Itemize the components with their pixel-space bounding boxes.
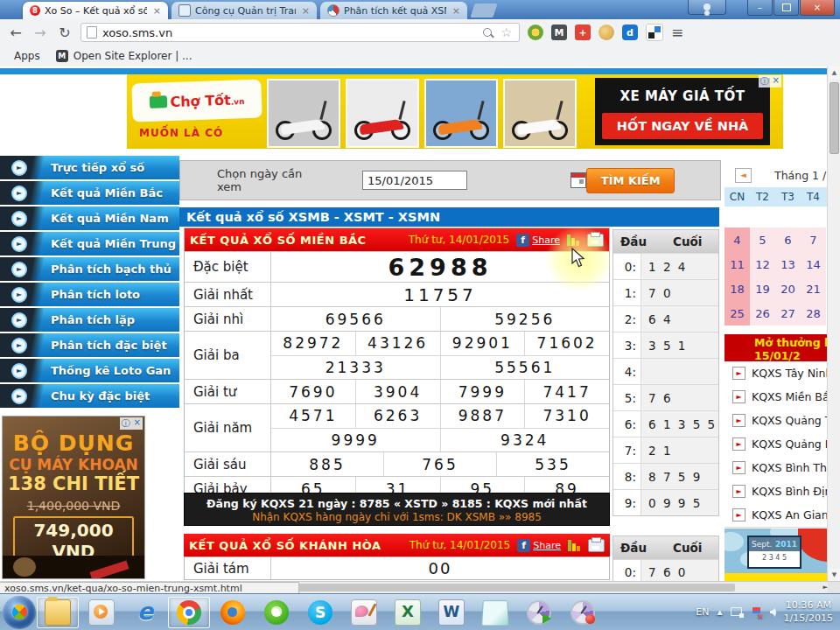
news-link-tay-ninh[interactable]: ► KQXS Tây Ninh: [724, 361, 827, 386]
taskbar-firefox[interactable]: [212, 597, 254, 628]
banner-ad[interactable]: Chợ Tốt.vn MUỐN LÀ CÓ XE MÁY GIÁ TỐT: [127, 74, 783, 149]
sidebar-item-dac-biet[interactable]: ► Phân tích đặc biệt: [0, 333, 179, 357]
play-icon: ►: [11, 388, 27, 404]
excel-icon: X: [395, 599, 421, 626]
tab-xsmt-analysis[interactable]: Phân tích kết quả XSMT h ×: [320, 2, 467, 19]
taskbar-notepad[interactable]: [474, 597, 516, 628]
bookmark-ose-icon: M: [56, 50, 68, 62]
news-link-an-giang[interactable]: ► KQXS An Giang: [724, 503, 827, 528]
sidebar-item-mien-nam[interactable]: ► Kết quả Miền Nam: [0, 206, 179, 230]
tray-expand-icon[interactable]: ▲: [717, 608, 722, 616]
minimize-button[interactable]: –: [747, 0, 773, 16]
ad-line2: CỤ MÁY KHOAN: [3, 456, 144, 473]
taskbar-camtasia-recorder[interactable]: [562, 597, 604, 628]
action-center-flag-icon[interactable]: [752, 607, 762, 618]
news-link-binh-dinh[interactable]: ► KQXS Bình Địn: [724, 480, 827, 504]
profile-button[interactable]: [688, 0, 726, 15]
calendar-prev-icon[interactable]: ◄: [735, 168, 752, 183]
tab-xoso[interactable]: 8 Xo So – Kết quả xổ số trực ×: [23, 2, 168, 19]
kh-row-value: 00: [271, 557, 609, 579]
extension-plus-icon[interactable]: +: [575, 24, 591, 40]
chart-icon[interactable]: [567, 234, 580, 246]
facebook-share-button[interactable]: f Share: [517, 539, 561, 552]
adchoices[interactable]: ⓘ ×: [120, 417, 143, 430]
extension-seo-icon[interactable]: [528, 24, 543, 40]
sidebar-item-lap[interactable]: ► Phân tích lặp: [0, 308, 179, 332]
scrollbar-thumb[interactable]: [830, 82, 839, 154]
taskbar-internet-explorer[interactable]: e: [124, 597, 166, 628]
news-link-mien-bac[interactable]: ► KQXS Miền Bắc: [724, 385, 827, 410]
play-icon: ►: [732, 461, 746, 474]
bookmark-open-site-explorer[interactable]: Open Site Explorer | ...: [74, 50, 192, 62]
calendar-title-row: ◄ Tháng 1 /2: [724, 164, 827, 186]
windows-taskbar: e S X W EN ▲ 10:36 AM 1/15/2015: [0, 593, 840, 630]
chart-icon[interactable]: [568, 539, 581, 551]
drill-kit-ad[interactable]: ⓘ × BỘ DỤNG CỤ MÁY KHOAN 138 CHI TIẾT 1,…: [2, 416, 145, 579]
page-top-strip: [0, 68, 840, 74]
play-icon: ►: [11, 211, 27, 227]
paint-icon: [351, 599, 377, 626]
bookmark-star-icon[interactable]: ☆: [500, 25, 512, 39]
news-link-binh-thuan[interactable]: ► KQXS Bình Thu: [724, 456, 827, 480]
language-indicator[interactable]: EN: [696, 606, 709, 618]
sidebar-item-truc-tiep[interactable]: ► Trực tiếp xổ số: [0, 156, 179, 179]
extension-hamster-icon[interactable]: [598, 24, 614, 40]
vertical-scrollbar[interactable]: ▲ ▼: [827, 66, 840, 581]
search-icon[interactable]: [483, 28, 492, 37]
status-row: ► xoso.sms.vn/ket-qua/xo-so-mien-trung-x…: [0, 581, 840, 593]
close-button[interactable]: ×: [800, 0, 835, 16]
search-button[interactable]: TÌM KIẾM: [586, 168, 675, 193]
bike-photo: [503, 79, 577, 148]
taskbar-media-player[interactable]: [80, 597, 122, 628]
extension-dailymotion-icon[interactable]: d: [622, 24, 638, 40]
tab-title: Công cụ Quản trị Trang W: [195, 5, 296, 17]
chrome-menu-icon[interactable]: ≡: [671, 24, 683, 41]
extension-moz-icon[interactable]: M: [551, 24, 567, 40]
horizontal-scrollbar-thumb[interactable]: [298, 584, 735, 592]
extension-squares-icon[interactable]: [646, 24, 663, 41]
bookmark-apps[interactable]: Apps: [14, 50, 40, 62]
tab-close-icon[interactable]: ×: [302, 5, 310, 17]
network-icon[interactable]: [731, 607, 744, 618]
news-link-quang-binh[interactable]: ► KQXS Quảng B: [724, 432, 827, 457]
taskbar-coccoc[interactable]: [256, 597, 298, 628]
tab-close-icon[interactable]: ×: [153, 5, 161, 17]
news-link-quang-tri[interactable]: ► KQXS Quảng T: [724, 409, 827, 433]
back-button[interactable]: ←: [7, 24, 24, 41]
taskbar-camtasia-player[interactable]: [518, 597, 560, 628]
new-tab-button[interactable]: [470, 4, 497, 18]
tab-close-icon[interactable]: ×: [452, 5, 460, 17]
address-bar[interactable]: xoso.sms.vn ☆: [80, 23, 520, 42]
print-icon[interactable]: [587, 234, 604, 247]
print-icon[interactable]: [588, 539, 605, 552]
banner-tagline: MUỐN LÀ CÓ: [139, 127, 223, 139]
sidebar-item-mien-trung[interactable]: ► Kết quả Miền Trung: [0, 232, 179, 256]
sidebar-item-chu-ky[interactable]: ► Chu kỳ đặc biệt: [0, 384, 179, 408]
forward-button[interactable]: →: [32, 24, 49, 41]
maximize-button[interactable]: [774, 0, 799, 16]
taskbar-skype[interactable]: S: [299, 597, 341, 628]
reload-button[interactable]: ↻: [56, 24, 74, 41]
url-text[interactable]: xoso.sms.vn: [102, 26, 172, 39]
tray-clock[interactable]: 10:36 AM 1/15/2015: [784, 599, 833, 626]
taskbar-excel[interactable]: X: [387, 597, 429, 628]
sidebar-item-bach-thu[interactable]: ► Phân tích bạch thủ: [0, 257, 179, 281]
start-button[interactable]: [3, 596, 36, 629]
taskbar-paint[interactable]: [343, 597, 385, 628]
calendar-week: 25 26 27 28: [724, 301, 827, 326]
calendar-picker-icon[interactable]: [570, 172, 586, 188]
map-ad[interactable]: Sept. 2011 2 3 4 5 N: [724, 528, 827, 574]
taskbar-chrome[interactable]: [168, 597, 210, 628]
date-input[interactable]: [362, 171, 467, 190]
sidebar-item-loto-gan[interactable]: ► Thống kê Loto Gan: [0, 359, 179, 382]
sidebar-item-mien-bac[interactable]: ► Kết quả Miền Bắc: [0, 181, 179, 205]
tab-admin-tool[interactable]: Công cụ Quản trị Trang W ×: [172, 2, 317, 19]
sidebar-item-loto[interactable]: ► Phân tích loto: [0, 283, 179, 306]
taskbar-explorer[interactable]: [37, 597, 79, 628]
taskbar-word[interactable]: W: [430, 597, 472, 628]
facebook-share-button[interactable]: f Share: [516, 234, 560, 247]
scroll-down-icon[interactable]: ▼: [829, 569, 840, 581]
volume-icon[interactable]: [770, 608, 776, 617]
scroll-up-icon[interactable]: ▲: [829, 66, 840, 79]
dau-row: 1:7 0: [613, 279, 718, 305]
